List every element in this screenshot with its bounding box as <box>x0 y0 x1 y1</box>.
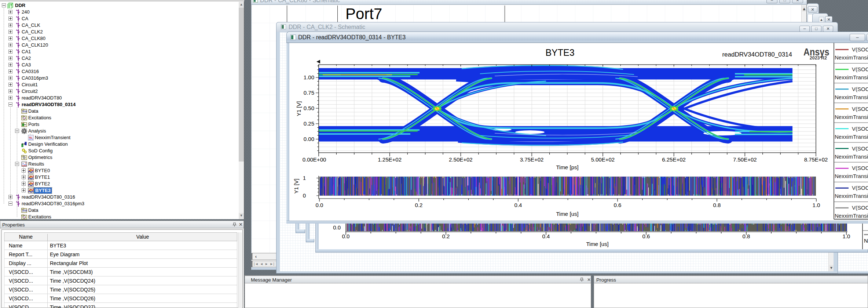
svg-text:0.0: 0.0 <box>333 224 341 231</box>
svg-text:0.4: 0.4 <box>542 233 550 239</box>
svg-text:V(SOCD: V(SOCD <box>852 86 868 92</box>
svg-text:V(SOCD: V(SOCD <box>852 66 868 72</box>
svg-text:0.0: 0.0 <box>342 233 350 239</box>
svg-text:readDRV34ODT80_0314: readDRV34ODT80_0314 <box>722 51 792 58</box>
svg-text:NexximTransien: NexximTransien <box>835 193 868 199</box>
svg-text:0.50: 0.50 <box>304 105 314 111</box>
svg-text:V(SOCD: V(SOCD <box>852 46 868 52</box>
svg-text:V(SOCD: V(SOCD <box>852 126 868 132</box>
svg-text:NexximTransien: NexximTransien <box>835 153 868 160</box>
svg-text:0.4: 0.4 <box>514 202 522 208</box>
svg-text:1.25E+02: 1.25E+02 <box>378 156 402 163</box>
svg-text:Y1 [V]: Y1 [V] <box>296 101 302 116</box>
svg-text:0.8: 0.8 <box>713 202 721 208</box>
svg-text:2023 R2: 2023 R2 <box>810 55 827 61</box>
svg-text:Nexx: Nexx <box>864 238 868 244</box>
svg-text:Time [us]: Time [us] <box>586 241 608 247</box>
svg-text:NexximTransien: NexximTransien <box>835 173 868 179</box>
svg-text:Y1 [V]: Y1 [V] <box>293 179 299 194</box>
svg-text:NexximTransien: NexximTransien <box>835 74 868 80</box>
svg-text:2.50E+02: 2.50E+02 <box>449 156 473 163</box>
svg-text:0.2: 0.2 <box>442 233 450 239</box>
svg-text:1.00: 1.00 <box>304 74 314 80</box>
svg-text:1010: 1010 <box>22 209 27 212</box>
svg-text:NexximTransien: NexximTransien <box>835 134 868 140</box>
svg-text:V(SOCD: V(SOCD <box>852 106 868 112</box>
svg-text:Time [us]: Time [us] <box>556 211 578 217</box>
svg-text:V(SOCD: V(SOCD <box>852 185 868 191</box>
svg-text:NexximTransien: NexximTransien <box>835 213 868 219</box>
svg-text:0.00E+00: 0.00E+00 <box>303 156 326 163</box>
svg-text:NexximTransien: NexximTransien <box>835 54 868 61</box>
svg-text:0.6: 0.6 <box>614 202 622 208</box>
svg-text:1.0: 1.0 <box>843 233 850 239</box>
svg-text:1.0: 1.0 <box>813 202 820 208</box>
svg-text:1010: 1010 <box>22 110 27 113</box>
svg-text:5.00E+02: 5.00E+02 <box>591 156 615 163</box>
svg-text:V(SOCD: V(SOCD <box>852 145 868 152</box>
svg-text:NexximTransien: NexximTransien <box>835 94 868 100</box>
svg-text:0.75: 0.75 <box>304 90 314 96</box>
svg-text:0.8: 0.8 <box>743 233 750 239</box>
svg-text:NexximTransien: NexximTransien <box>835 114 868 120</box>
svg-text:0.2: 0.2 <box>415 202 423 208</box>
svg-text:0: 0 <box>303 192 306 199</box>
svg-text:BYTE3: BYTE3 <box>545 47 574 58</box>
svg-text:0.25: 0.25 <box>304 120 314 127</box>
svg-text:0.6: 0.6 <box>642 233 650 239</box>
svg-text:Time [ps]: Time [ps] <box>556 164 578 170</box>
svg-text:6.25E+02: 6.25E+02 <box>662 156 686 163</box>
svg-text:1: 1 <box>303 175 306 181</box>
svg-text:V(SOCD: V(SOCD <box>852 204 868 211</box>
svg-text:7.50E+02: 7.50E+02 <box>733 156 757 163</box>
svg-text:V(SOCD: V(SOCD <box>852 165 868 171</box>
svg-text:8.75E+02: 8.75E+02 <box>804 156 828 163</box>
svg-text:0.00: 0.00 <box>304 136 314 142</box>
svg-text:3.75E+02: 3.75E+02 <box>520 156 544 163</box>
svg-text:0.0: 0.0 <box>316 202 323 208</box>
